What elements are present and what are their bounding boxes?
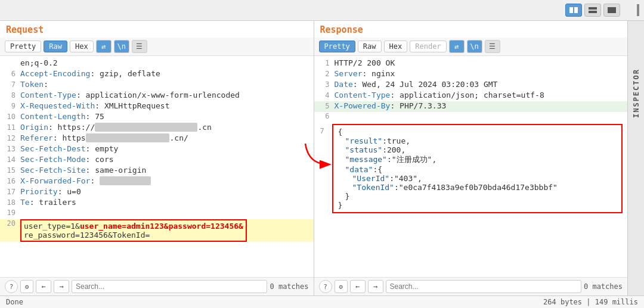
request-pretty-btn[interactable]: Pretty <box>5 41 41 52</box>
code-line: 13 Sec-Fetch-Dest: empty <box>0 144 314 155</box>
response-wrap-icon[interactable]: ⇄ <box>449 40 465 53</box>
json-open-brace: { <box>338 127 617 136</box>
response-title: Response <box>314 21 628 38</box>
json-result: "result":true, <box>338 136 617 145</box>
code-line: 19 <box>0 209 314 219</box>
request-hex-btn[interactable]: Hex <box>70 41 94 52</box>
request-wrap-icon[interactable]: ⇄ <box>96 40 112 53</box>
json-response-block: 7 { "result":true, "status":200, "messag… <box>332 124 623 213</box>
request-toolbar: Pretty Raw Hex ⇄ \n ☰ <box>0 38 314 56</box>
code-line: en;q-0.2 <box>0 58 314 69</box>
inspector-label: INSPECTOR <box>632 69 640 118</box>
response-matches-label: 0 matches <box>584 282 623 291</box>
request-bottom-bar: ? ⚙ ← → 0 matches <box>0 277 314 295</box>
json-status: "status":200, <box>338 145 617 154</box>
request-settings-icon[interactable]: ⚙ <box>20 280 33 293</box>
request-menu-icon[interactable]: ☰ <box>132 40 147 53</box>
code-line: 6 Accept-Encoding: gzip, deflate <box>0 69 314 80</box>
response-help-icon[interactable]: ? <box>319 280 332 293</box>
json-close-brace: } <box>338 201 617 210</box>
code-line: 8 Content-Type: application/x-www-form-u… <box>0 91 314 101</box>
response-pretty-btn[interactable]: Pretty <box>319 41 355 52</box>
response-render-btn[interactable]: Render <box>410 41 446 52</box>
response-search-input[interactable] <box>386 280 581 293</box>
code-line: 2 Server: nginx <box>314 69 628 80</box>
request-panel: Request Pretty Raw Hex ⇄ \n ☰ en;q-0.2 6… <box>0 21 314 295</box>
status-size-text: 264 bytes | 149 millis <box>543 298 638 306</box>
request-newline-icon[interactable]: \n <box>114 40 129 53</box>
inspector-panel: INSPECTOR <box>627 21 644 295</box>
code-line: 17 Priority: u=0 <box>0 187 314 198</box>
code-line: 1 HTTP/2 200 OK <box>314 58 628 69</box>
svg-rect-2 <box>589 7 597 10</box>
json-data-open: "data":{ <box>338 165 617 174</box>
request-prev-btn[interactable]: ← <box>36 280 51 293</box>
resize-handle[interactable] <box>637 4 639 16</box>
status-bar: Done 264 bytes | 149 millis <box>0 295 644 308</box>
code-line-highlighted: 20 user_type=1&user_name=admin123&passwo… <box>0 219 314 242</box>
code-line: 5 X-Powered-By: PHP/7.3.33 <box>314 101 628 112</box>
json-message: "message":"注册成功", <box>338 154 617 165</box>
response-next-btn[interactable]: → <box>368 280 383 293</box>
response-toolbar: Pretty Raw Hex Render ⇄ \n ☰ <box>314 38 628 56</box>
split-view-btn[interactable] <box>565 4 582 17</box>
request-matches-label: 0 matches <box>270 282 308 291</box>
svg-rect-1 <box>574 7 578 13</box>
json-data-close: } <box>338 192 617 201</box>
vertical-view-btn[interactable] <box>584 4 601 17</box>
response-panel: Response Pretty Raw Hex Render ⇄ \n ☰ 1 … <box>314 21 628 295</box>
svg-rect-3 <box>589 11 597 13</box>
code-line: 10 Content-Length: 75 <box>0 112 314 123</box>
response-raw-btn[interactable]: Raw <box>358 41 382 52</box>
response-hex-btn[interactable]: Hex <box>384 41 408 52</box>
code-line: 6 <box>314 112 628 123</box>
code-line: 14 Sec-Fetch-Mode: cors <box>0 155 314 166</box>
request-search-input[interactable] <box>72 280 267 293</box>
code-line: 15 Sec-Fetch-Site: same-origin <box>0 166 314 176</box>
request-code-area: en;q-0.2 6 Accept-Encoding: gzip, deflat… <box>0 56 314 277</box>
response-menu-icon[interactable]: ☰ <box>485 40 500 53</box>
request-raw-btn[interactable]: Raw <box>44 41 67 52</box>
response-settings-icon[interactable]: ⚙ <box>335 280 348 293</box>
response-code-area: 1 HTTP/2 200 OK 2 Server: nginx 3 Date: … <box>314 56 628 277</box>
request-next-btn[interactable]: → <box>54 280 69 293</box>
code-line: 4 Content-Type: application/json; charse… <box>314 91 628 101</box>
code-line: 9 X-Requested-With: XMLHttpRequest <box>0 101 314 112</box>
json-tokenid: "TokenId":"e0ca7f4183a9ef0b70bda46d17e3b… <box>338 183 617 192</box>
code-line: 18 Te: trailers <box>0 198 314 209</box>
status-done-text: Done <box>6 298 23 306</box>
code-line: 11 Origin: https://XXXXXXXXXXXXXXXXXXXXX… <box>0 123 314 133</box>
svg-rect-0 <box>569 7 573 13</box>
response-bottom-bar: ? ⚙ ← → 0 matches <box>314 277 628 295</box>
horizontal-view-btn[interactable] <box>603 4 620 17</box>
request-title: Request <box>0 21 314 38</box>
code-line: 7 Token: <box>0 80 314 91</box>
request-help-icon[interactable]: ? <box>5 280 18 293</box>
response-prev-btn[interactable]: ← <box>350 280 366 293</box>
code-line: 16 X-Forwarded-For: XXXXXXXXXXX <box>0 176 314 187</box>
svg-rect-4 <box>608 7 616 13</box>
code-line: 12 Referer: httpsXXXXXXXXXXXXXXXXXX.cn/ <box>0 133 314 144</box>
main-content: Request Pretty Raw Hex ⇄ \n ☰ en;q-0.2 6… <box>0 21 644 295</box>
code-line: 3 Date: Wed, 24 Jul 2024 03:20:03 GMT <box>314 80 628 91</box>
top-toolbar <box>0 0 644 21</box>
json-userid: "UserId":"403", <box>338 174 617 183</box>
response-newline-icon[interactable]: \n <box>467 40 482 53</box>
